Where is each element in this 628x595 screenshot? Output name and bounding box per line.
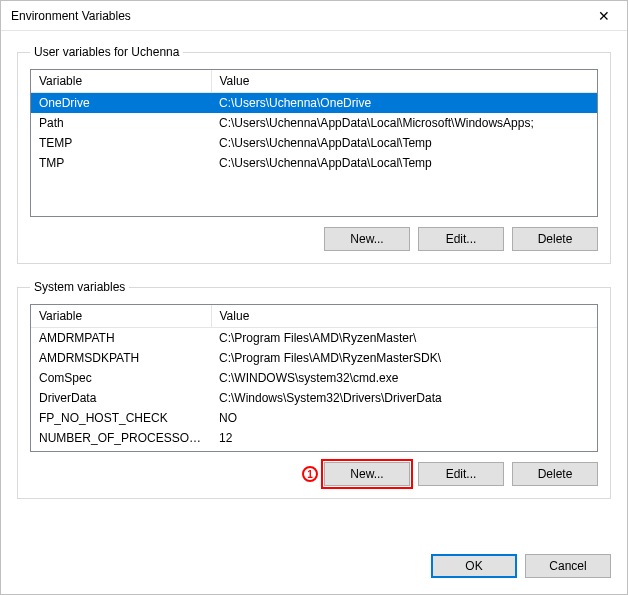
system-variables-group: System variables Variable Value AMDRMPAT… xyxy=(17,280,611,499)
table-row[interactable]: TMPC:\Users\Uchenna\AppData\Local\Temp xyxy=(31,153,597,173)
window-title: Environment Variables xyxy=(11,9,581,23)
dialog-body: User variables for Uchenna Variable Valu… xyxy=(1,31,627,554)
system-header-value[interactable]: Value xyxy=(211,305,597,328)
cell-value: C:\Program Files\AMD\RyzenMaster\ xyxy=(211,328,597,349)
cell-variable: TMP xyxy=(31,153,211,173)
cell-value: C:\Users\Uchenna\AppData\Local\Microsoft… xyxy=(211,113,597,133)
system-new-button[interactable]: New... xyxy=(324,462,410,486)
user-edit-button[interactable]: Edit... xyxy=(418,227,504,251)
dialog-footer: OK Cancel xyxy=(1,554,627,594)
table-row[interactable]: OSWindows_NT xyxy=(31,448,597,452)
environment-variables-dialog: Environment Variables ✕ User variables f… xyxy=(0,0,628,595)
user-new-button[interactable]: New... xyxy=(324,227,410,251)
cell-value: C:\Users\Uchenna\OneDrive xyxy=(211,93,597,114)
table-row[interactable]: OneDriveC:\Users\Uchenna\OneDrive xyxy=(31,93,597,114)
callout-badge: 1 xyxy=(302,466,318,482)
table-row[interactable]: NUMBER_OF_PROCESSORS12 xyxy=(31,428,597,448)
title-bar: Environment Variables ✕ xyxy=(1,1,627,31)
user-table-header-row: Variable Value xyxy=(31,70,597,93)
cell-variable: OS xyxy=(31,448,211,452)
table-row[interactable]: AMDRMPATHC:\Program Files\AMD\RyzenMaste… xyxy=(31,328,597,349)
cell-variable: AMDRMSDKPATH xyxy=(31,348,211,368)
system-header-variable[interactable]: Variable xyxy=(31,305,211,328)
cell-variable: NUMBER_OF_PROCESSORS xyxy=(31,428,211,448)
table-row[interactable]: DriverDataC:\Windows\System32\Drivers\Dr… xyxy=(31,388,597,408)
cell-value: Windows_NT xyxy=(211,448,597,452)
close-icon: ✕ xyxy=(598,8,610,24)
cell-variable: Path xyxy=(31,113,211,133)
cell-value: C:\Users\Uchenna\AppData\Local\Temp xyxy=(211,133,597,153)
cell-value: C:\WINDOWS\system32\cmd.exe xyxy=(211,368,597,388)
system-delete-button[interactable]: Delete xyxy=(512,462,598,486)
cell-variable: OneDrive xyxy=(31,93,211,114)
user-header-variable[interactable]: Variable xyxy=(31,70,211,93)
cell-value: C:\Windows\System32\Drivers\DriverData xyxy=(211,388,597,408)
table-row[interactable]: FP_NO_HOST_CHECKNO xyxy=(31,408,597,428)
cell-value: NO xyxy=(211,408,597,428)
user-variables-group: User variables for Uchenna Variable Valu… xyxy=(17,45,611,264)
user-variables-table: Variable Value OneDriveC:\Users\Uchenna\… xyxy=(31,70,597,173)
table-row[interactable]: TEMPC:\Users\Uchenna\AppData\Local\Temp xyxy=(31,133,597,153)
system-edit-button[interactable]: Edit... xyxy=(418,462,504,486)
user-header-value[interactable]: Value xyxy=(211,70,597,93)
table-row[interactable]: PathC:\Users\Uchenna\AppData\Local\Micro… xyxy=(31,113,597,133)
cell-value: C:\Program Files\AMD\RyzenMasterSDK\ xyxy=(211,348,597,368)
table-row[interactable]: ComSpecC:\WINDOWS\system32\cmd.exe xyxy=(31,368,597,388)
system-variables-list[interactable]: Variable Value AMDRMPATHC:\Program Files… xyxy=(30,304,598,452)
cell-value: 12 xyxy=(211,428,597,448)
cancel-button[interactable]: Cancel xyxy=(525,554,611,578)
table-row[interactable]: AMDRMSDKPATHC:\Program Files\AMD\RyzenMa… xyxy=(31,348,597,368)
system-table-header-row: Variable Value xyxy=(31,305,597,328)
system-variables-table: Variable Value AMDRMPATHC:\Program Files… xyxy=(31,305,597,452)
system-variables-legend: System variables xyxy=(30,280,129,294)
callout-number: 1 xyxy=(307,469,313,480)
close-button[interactable]: ✕ xyxy=(581,1,627,31)
cell-variable: DriverData xyxy=(31,388,211,408)
ok-button[interactable]: OK xyxy=(431,554,517,578)
user-variables-list[interactable]: Variable Value OneDriveC:\Users\Uchenna\… xyxy=(30,69,598,217)
user-variables-legend: User variables for Uchenna xyxy=(30,45,183,59)
cell-variable: FP_NO_HOST_CHECK xyxy=(31,408,211,428)
system-buttons-row: New... 1 Edit... Delete xyxy=(30,462,598,486)
user-buttons-row: New... Edit... Delete xyxy=(30,227,598,251)
cell-variable: TEMP xyxy=(31,133,211,153)
cell-value: C:\Users\Uchenna\AppData\Local\Temp xyxy=(211,153,597,173)
cell-variable: ComSpec xyxy=(31,368,211,388)
cell-variable: AMDRMPATH xyxy=(31,328,211,349)
user-delete-button[interactable]: Delete xyxy=(512,227,598,251)
